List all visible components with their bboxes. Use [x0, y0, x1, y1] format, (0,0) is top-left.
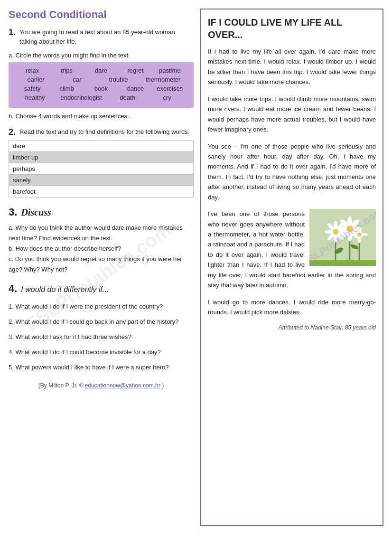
- svg-point-17: [346, 226, 353, 232]
- word-grid-row-2: earlier car trouble thermometer: [15, 76, 187, 83]
- word-safety: safety: [18, 85, 47, 92]
- s4-q3: 3. What would I ask for if I had three w…: [9, 331, 194, 343]
- word-endocrinologist: endocrinologist: [60, 94, 102, 101]
- def-row-limber: limber up: [9, 152, 194, 163]
- word-grid: relax trips dare regret pastime earlier …: [9, 62, 194, 108]
- flower-image: ESLPrintables.com: [309, 209, 376, 266]
- section3-title: Discuss: [21, 207, 51, 218]
- def-row-sanely: sanely: [9, 175, 194, 186]
- section3-num: 3.: [9, 206, 17, 218]
- svg-point-9: [334, 234, 337, 243]
- word-death: death: [113, 94, 142, 101]
- footer-credit: (By Milton P. Jr. © educationnow@yahoo.c…: [9, 382, 194, 389]
- svg-point-8: [334, 221, 337, 229]
- svg-point-10: [325, 230, 333, 234]
- right-para-2: I would take more trips. I would climb m…: [208, 94, 376, 135]
- word-exercises: exercises: [156, 85, 184, 92]
- def-row-barefoot: barefoot: [9, 186, 194, 198]
- word-trips: trips: [53, 67, 81, 74]
- choose-label: b. Choose 4 words and make up sentences …: [9, 113, 194, 120]
- def-row-dare: dare: [9, 141, 194, 152]
- page-title: Second Conditional: [9, 9, 194, 21]
- def-word-perhaps: perhaps: [9, 163, 194, 175]
- section1-header: 1. You are going to read a text about an…: [9, 28, 194, 51]
- section2-header: 2. Read the text and try to find definit…: [9, 127, 194, 137]
- svg-point-31: [361, 233, 368, 236]
- svg-point-30: [351, 233, 357, 236]
- s4-q4: 4. What would I do if I could become inv…: [9, 346, 194, 358]
- svg-point-20: [337, 226, 347, 231]
- word-regret: regret: [121, 67, 149, 74]
- section4-header-row: 4. I would do it differently if...: [9, 282, 194, 298]
- section4-num: 4.: [9, 282, 17, 295]
- discuss-q-b: b. How does the author describe herself?: [9, 244, 194, 254]
- right-para-4: ESLPrintables.com: [208, 209, 376, 291]
- footer-text-after: ): [162, 382, 164, 389]
- s4-q1: 1. What would I do if I were the preside…: [9, 301, 194, 313]
- word-thermometer: thermometer: [146, 76, 181, 83]
- word-car: car: [63, 76, 92, 83]
- word-earlier: earlier: [22, 76, 50, 83]
- svg-point-27: [357, 233, 361, 236]
- section2-num: 2.: [9, 127, 16, 137]
- svg-point-21: [353, 226, 362, 231]
- svg-point-7: [333, 229, 338, 235]
- definitions-table: dare limber up perhaps sanely barefoot: [9, 140, 194, 198]
- word-trouble: trouble: [104, 76, 133, 83]
- left-column: Second Conditional 1. You are going to r…: [9, 9, 194, 389]
- right-title: IF I COULD LIVE MY LIFE ALL OVER...: [208, 16, 376, 41]
- word-pastime: pastime: [156, 67, 184, 74]
- section3-header-row: 3. Discuss: [9, 206, 194, 221]
- word-dare: dare: [87, 67, 115, 74]
- def-word-limber: limber up: [9, 152, 194, 163]
- circle-label: a. Circle the words you might find in th…: [9, 52, 194, 59]
- def-word-barefoot: barefoot: [9, 186, 194, 198]
- right-column: IF I COULD LIVE MY LIFE ALL OVER... If I…: [200, 9, 383, 526]
- word-grid-row-3: safety climb book dance exercises: [15, 85, 187, 92]
- section4-questions: 1. What would I do if I were the preside…: [9, 301, 194, 374]
- def-word-dare: dare: [9, 141, 194, 152]
- word-book: book: [87, 85, 115, 92]
- footer-text-before: (By Milton P. Jr. ©: [38, 382, 85, 389]
- word-dance: dance: [121, 85, 149, 92]
- word-grid-row-4: healthy endocrinologist death cry: [15, 94, 187, 101]
- right-para-5: I would go to more dances. I would ride …: [208, 297, 376, 318]
- word-relax: relax: [18, 67, 47, 74]
- footer-email[interactable]: educationnow@yahoo.com.br: [85, 382, 160, 389]
- section1-intro: You are going to read a text about an 85…: [19, 28, 194, 46]
- section2-intro: Read the text and try to find definition…: [19, 127, 189, 137]
- svg-point-19: [347, 232, 352, 241]
- word-healthy: healthy: [21, 94, 49, 101]
- discuss-q-a: a. Why do you think the author would dar…: [9, 223, 194, 244]
- word-grid-row-1: relax trips dare regret pastime: [15, 67, 187, 74]
- svg-point-28: [358, 226, 361, 233]
- def-word-sanely: sanely: [9, 175, 194, 186]
- flower-svg: [309, 209, 376, 266]
- section1-num: 1.: [9, 28, 16, 38]
- attribution: Attributed to Nadine Stair, 85 years old: [208, 324, 376, 331]
- right-para-3: You see – I'm one of those people who li…: [208, 141, 376, 203]
- right-para-1: If I had to live my life all over again,…: [208, 47, 376, 87]
- main-layout: Second Conditional 1. You are going to r…: [9, 9, 383, 526]
- svg-point-18: [347, 216, 352, 226]
- word-climb: climb: [53, 85, 81, 92]
- s4-q2: 2. What would I do if I could go back in…: [9, 316, 194, 328]
- section4-title: I would do it differently if...: [21, 285, 109, 294]
- svg-rect-32: [309, 260, 376, 266]
- s4-q5: 5. What powers would I like to have if I…: [9, 361, 194, 374]
- discuss-q-c: c. Do you think you would regret so many…: [9, 254, 194, 275]
- def-row-perhaps: perhaps: [9, 163, 194, 175]
- svg-point-29: [358, 236, 361, 243]
- discuss-questions: a. Why do you think the author would dar…: [9, 223, 194, 275]
- word-cry: cry: [153, 94, 181, 101]
